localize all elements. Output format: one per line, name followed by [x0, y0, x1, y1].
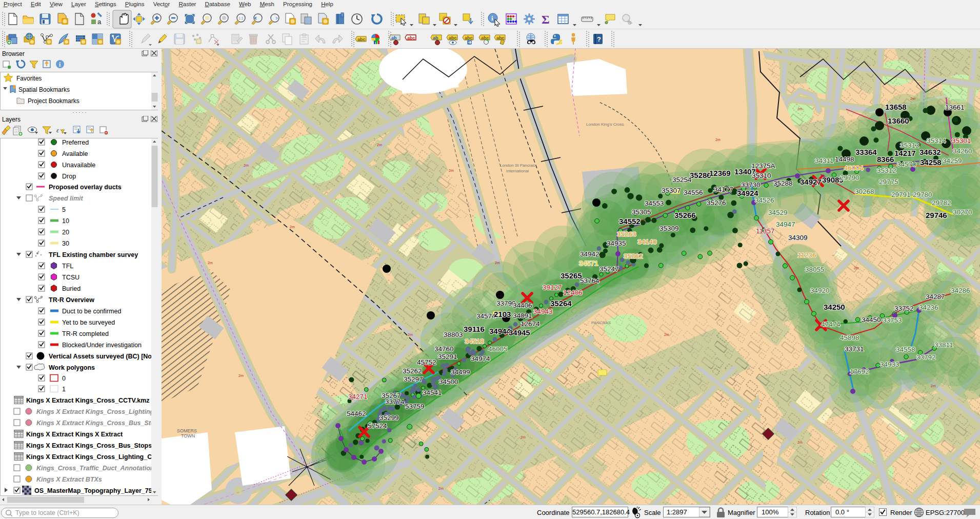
svg-text:34947: 34947 [776, 221, 795, 228]
svg-text:Kings X Extract Kings_Cross_CC: Kings X Extract Kings_Cross_CCTV.kmz [26, 397, 150, 404]
svg-text:TOWN: TOWN [181, 433, 195, 438]
svg-text:34945: 34945 [509, 328, 530, 337]
svg-text:34140: 34140 [637, 238, 657, 246]
svg-text:2m: 2m [290, 225, 295, 229]
svg-text:Kings X Extract Kings_Cross_Li: Kings X Extract Kings_Cross_Lighting_Co [36, 408, 151, 415]
svg-text:35291: 35291 [438, 353, 457, 361]
svg-text:14217: 14217 [894, 149, 916, 157]
svg-text:ab: ab [433, 35, 438, 41]
svg-text:2m: 2m [797, 441, 803, 444]
svg-text:35286: 35286 [690, 171, 711, 179]
svg-text:abc: abc [407, 35, 415, 41]
svg-text:34935: 34935 [607, 239, 626, 247]
svg-text:34271: 34271 [348, 393, 368, 401]
svg-text:34529: 34529 [768, 209, 788, 216]
svg-text:12375A: 12375A [751, 162, 775, 170]
svg-text:2m: 2m [408, 333, 413, 336]
svg-text:TR-R completed: TR-R completed [62, 330, 109, 337]
svg-text:Buried: Buried [62, 285, 81, 292]
svg-text:35262: 35262 [624, 252, 643, 260]
svg-text:35309: 35309 [659, 225, 679, 232]
svg-text:13658: 13658 [885, 103, 907, 111]
svg-text:TR-R Overview: TR-R Overview [49, 296, 94, 304]
svg-text:abc: abc [357, 37, 366, 42]
svg-text:12369: 12369 [709, 169, 731, 177]
svg-text:35254: 35254 [672, 176, 692, 184]
svg-text:53764: 53764 [580, 277, 599, 285]
svg-text:Kings_Cross_Traffic_Duct_Annot: Kings_Cross_Traffic_Duct_Annotation [36, 465, 151, 472]
svg-text:34259: 34259 [943, 157, 962, 165]
svg-text:Blocked/Under investigation: Blocked/Under investigation [62, 342, 142, 349]
svg-text:30: 30 [62, 240, 69, 247]
svg-text:34260: 34260 [953, 147, 972, 155]
svg-text:39127: 39127 [543, 284, 562, 291]
svg-text:53759: 53759 [405, 403, 425, 410]
svg-text:Kings X Extract Kings_Cross_Bu: Kings X Extract Kings_Cross_Bus_Stops.km… [26, 442, 151, 449]
svg-text:34309: 34309 [788, 234, 808, 242]
svg-text:Vertical Assets surveyed (BC): Vertical Assets surveyed (BC) [Not f [49, 353, 151, 360]
svg-text:35267: 35267 [382, 392, 401, 400]
svg-text:34760: 34760 [434, 345, 454, 353]
svg-text:34974: 34974 [471, 355, 490, 363]
svg-text:TFL: TFL [62, 263, 73, 270]
svg-text:29746: 29746 [926, 211, 947, 219]
svg-text:2m: 2m [910, 97, 915, 101]
svg-text:abc: abc [449, 35, 457, 41]
svg-text:34558: 34558 [896, 346, 915, 353]
svg-text:2m: 2m [438, 487, 444, 490]
svg-text:33811: 33811 [934, 341, 953, 349]
svg-text:35247: 35247 [599, 265, 619, 273]
svg-text:35276: 35276 [707, 199, 726, 207]
svg-text:34091: 34091 [513, 312, 532, 320]
svg-text:Spatial Bookmarks: Spatial Bookmarks [18, 86, 70, 93]
svg-text:abc: abc [465, 35, 473, 41]
svg-text:35262: 35262 [403, 367, 422, 375]
svg-text:34556: 34556 [684, 189, 703, 196]
svg-text:PANCRAS: PANCRAS [591, 321, 611, 325]
svg-text:35314: 35314 [927, 137, 946, 145]
svg-text:54462: 54462 [347, 410, 366, 417]
svg-text:TFL Existing chamber survey: TFL Existing chamber survey [49, 251, 138, 258]
svg-text:47474: 47474 [821, 321, 841, 328]
svg-text:Proposed overlay ducts: Proposed overlay ducts [49, 184, 122, 191]
svg-text:SOMERS: SOMERS [177, 428, 197, 433]
svg-text:Speed limit: Speed limit [49, 195, 84, 202]
svg-text:5: 5 [62, 206, 66, 213]
svg-text:13661: 13661 [945, 104, 965, 111]
svg-text:20: 20 [62, 229, 69, 236]
svg-text:London St Pancras: London St Pancras [500, 163, 535, 168]
svg-text:35307: 35307 [662, 187, 681, 194]
svg-text:34541: 34541 [423, 389, 442, 396]
svg-text:29775: 29775 [879, 178, 898, 186]
svg-text:OS_MasterMap_Topography_Layer_: OS_MasterMap_Topography_Layer_7531 [34, 487, 151, 494]
svg-text:34552: 34552 [619, 217, 641, 226]
svg-text:London King's Cross: London King's Cross [586, 122, 624, 127]
svg-text:Drop: Drop [62, 173, 76, 180]
svg-text:10: 10 [62, 217, 69, 225]
svg-text:35299: 35299 [379, 414, 399, 422]
svg-text:33752: 33752 [894, 305, 914, 312]
svg-text:34518: 34518 [465, 337, 484, 345]
svg-text:11357: 11357 [756, 227, 775, 235]
svg-text:35266: 35266 [674, 211, 696, 219]
svg-text:8366: 8366 [877, 155, 894, 164]
svg-text:a: a [97, 18, 102, 26]
svg-text:34406: 34406 [513, 302, 532, 309]
svg-text:Preferred: Preferred [62, 139, 89, 146]
svg-text:2m: 2m [238, 374, 244, 377]
svg-text:34250: 34250 [824, 303, 845, 311]
svg-text:29780: 29780 [913, 191, 932, 198]
svg-text:29782: 29782 [932, 199, 951, 207]
svg-text:12406: 12406 [563, 289, 583, 296]
svg-text:Project Bookmarks: Project Bookmarks [28, 97, 79, 105]
svg-text:33731: 33731 [845, 345, 864, 353]
svg-text:14498: 14498 [835, 155, 854, 163]
svg-text:35264: 35264 [550, 299, 572, 308]
svg-text:46005: 46005 [488, 345, 508, 353]
svg-text:34500: 34500 [439, 378, 458, 386]
svg-text:ε: ε [56, 126, 59, 134]
svg-text:34287: 34287 [926, 293, 945, 301]
svg-text:34933: 34933 [880, 361, 899, 368]
svg-text:34571: 34571 [579, 260, 598, 267]
svg-text:2m: 2m [854, 266, 859, 270]
